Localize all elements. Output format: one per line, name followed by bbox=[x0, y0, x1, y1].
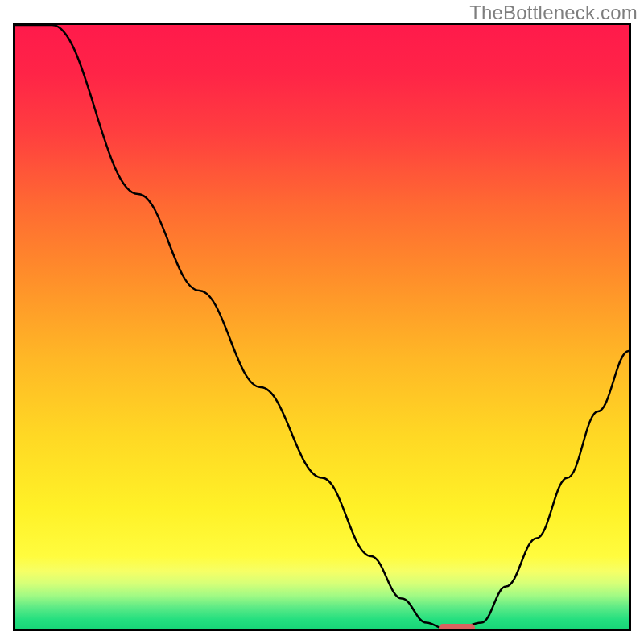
data-curve bbox=[15, 25, 629, 629]
watermark-label: TheBottleneck.com bbox=[469, 2, 638, 24]
chart-container: TheBottleneck.com bbox=[0, 0, 644, 644]
chart-plot-area bbox=[13, 23, 631, 631]
minimum-marker bbox=[439, 624, 476, 632]
